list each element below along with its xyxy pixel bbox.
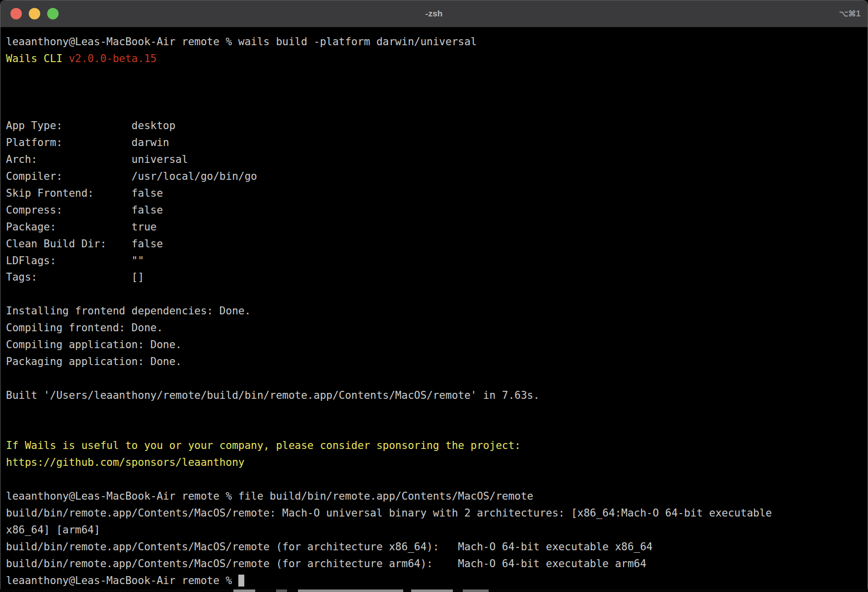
terminal-text-segment: Platform: darwin bbox=[6, 137, 169, 148]
terminal-line: build/bin/remote.app/Contents/MacOS/remo… bbox=[6, 539, 864, 556]
terminal-line bbox=[6, 286, 864, 303]
terminal-line: build/bin/remote.app/Contents/MacOS/remo… bbox=[6, 556, 864, 573]
terminal-output[interactable]: leaanthony@Leas-MacBook-Air remote % wai… bbox=[0, 27, 868, 589]
terminal-line bbox=[6, 68, 864, 84]
terminal-line: Compiling frontend: Done. bbox=[6, 320, 864, 337]
terminal-text-segment: Packaging application: Done. bbox=[6, 356, 182, 368]
terminal-text-segment: If Wails is useful to you or your compan… bbox=[6, 440, 521, 451]
terminal-cursor bbox=[238, 575, 245, 587]
terminal-line: If Wails is useful to you or your compan… bbox=[6, 438, 864, 454]
terminal-text-segment: Compiler: /usr/local/go/bin/go bbox=[6, 170, 257, 182]
terminal-line: Compress: false bbox=[6, 202, 864, 219]
terminal-line: LDFlags: "" bbox=[6, 253, 864, 270]
terminal-line: https://github.com/sponsors/leaanthony bbox=[6, 454, 864, 471]
obscured-window-fragment bbox=[411, 590, 453, 592]
close-button[interactable] bbox=[10, 8, 22, 19]
terminal-line: Packaging application: Done. bbox=[6, 354, 864, 370]
terminal-line: Skip Frontend: false bbox=[6, 185, 864, 202]
terminal-text-segment: App Type: desktop bbox=[6, 120, 175, 132]
terminal-text-segment: build/bin/remote.app/Contents/MacOS/remo… bbox=[6, 507, 772, 519]
terminal-line: Arch: universal bbox=[6, 151, 864, 168]
terminal-line: Platform: darwin bbox=[6, 135, 864, 151]
obscured-window-fragment bbox=[233, 590, 255, 592]
terminal-line bbox=[6, 370, 864, 387]
traffic-lights bbox=[10, 0, 59, 27]
terminal-line: leaanthony@Leas-MacBook-Air remote % bbox=[6, 573, 864, 590]
terminal-window: -zsh ⌥⌘1 leaanthony@Leas-MacBook-Air rem… bbox=[0, 0, 868, 589]
terminal-text-segment: https://github.com/sponsors/leaanthony bbox=[6, 456, 244, 468]
terminal-text-segment: leaanthony@Leas-MacBook-Air remote % fil… bbox=[6, 490, 533, 502]
terminal-line: Package: true bbox=[6, 219, 864, 236]
terminal-text-segment: Installing frontend dependencies: Done. bbox=[6, 305, 251, 317]
terminal-text-segment: Compress: false bbox=[6, 204, 163, 216]
obscured-window-fragment bbox=[463, 590, 489, 592]
terminal-text-segment: Tags: [] bbox=[6, 271, 144, 283]
terminal-line: Built '/Users/leaanthony/remote/build/bi… bbox=[6, 387, 864, 404]
terminal-line: Installing frontend dependencies: Done. bbox=[6, 303, 864, 320]
terminal-line: leaanthony@Leas-MacBook-Air remote % fil… bbox=[6, 488, 864, 505]
terminal-line bbox=[6, 471, 864, 488]
terminal-line: Clean Build Dir: false bbox=[6, 236, 864, 253]
terminal-text-segment: Compiling application: Done. bbox=[6, 339, 182, 351]
window-title: -zsh bbox=[426, 9, 443, 19]
terminal-text-segment: Package: true bbox=[6, 221, 156, 233]
terminal-line bbox=[6, 421, 864, 438]
terminal-line: App Type: desktop bbox=[6, 118, 864, 135]
terminal-line bbox=[6, 404, 864, 421]
terminal-text-segment: Arch: universal bbox=[6, 153, 188, 165]
terminal-line: build/bin/remote.app/Contents/MacOS/remo… bbox=[6, 505, 864, 522]
terminal-text-segment: x86_64] [arm64] bbox=[6, 524, 100, 536]
terminal-text-segment: LDFlags: "" bbox=[6, 255, 144, 267]
terminal-line: leaanthony@Leas-MacBook-Air remote % wai… bbox=[6, 34, 864, 51]
terminal-line: Compiler: /usr/local/go/bin/go bbox=[6, 168, 864, 185]
terminal-text-segment: Built '/Users/leaanthony/remote/build/bi… bbox=[6, 389, 540, 401]
terminal-text-segment: Wails CLI bbox=[6, 53, 69, 65]
obscured-window-fragment bbox=[276, 590, 287, 592]
keyboard-shortcut-badge: ⌥⌘1 bbox=[839, 0, 861, 27]
terminal-line: Compiling application: Done. bbox=[6, 337, 864, 354]
terminal-text-segment: build/bin/remote.app/Contents/MacOS/remo… bbox=[6, 541, 652, 553]
obscured-window-fragment bbox=[298, 590, 403, 592]
terminal-text-segment: leaanthony@Leas-MacBook-Air remote % wai… bbox=[6, 36, 477, 48]
minimize-button[interactable] bbox=[29, 8, 40, 19]
terminal-text-segment: build/bin/remote.app/Contents/MacOS/remo… bbox=[6, 558, 647, 570]
terminal-line bbox=[6, 101, 864, 118]
terminal-text-segment: leaanthony@Leas-MacBook-Air remote % bbox=[6, 575, 238, 587]
terminal-line bbox=[6, 84, 864, 101]
terminal-line: x86_64] [arm64] bbox=[6, 522, 864, 539]
terminal-text-segment: v2.0.0-beta.15 bbox=[69, 53, 156, 65]
titlebar[interactable]: -zsh ⌥⌘1 bbox=[0, 0, 868, 27]
terminal-text-segment: Compiling frontend: Done. bbox=[6, 322, 163, 334]
obscured-window-sliver bbox=[0, 589, 868, 592]
terminal-text-segment: Skip Frontend: false bbox=[6, 187, 163, 199]
terminal-line: Wails CLI v2.0.0-beta.15 bbox=[6, 51, 864, 68]
terminal-text-segment: Clean Build Dir: false bbox=[6, 238, 163, 250]
terminal-line: Tags: [] bbox=[6, 269, 864, 286]
zoom-button[interactable] bbox=[47, 8, 59, 19]
